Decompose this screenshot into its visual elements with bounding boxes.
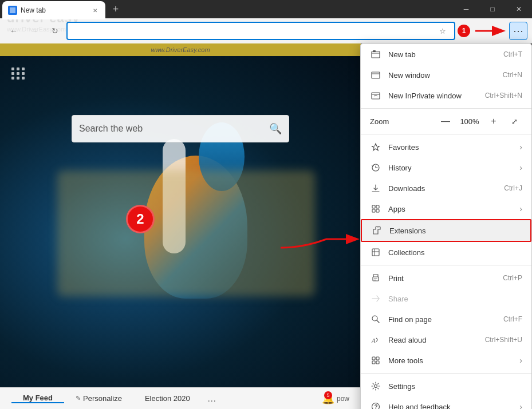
svg-rect-15 <box>372 249 379 256</box>
menu-print[interactable]: Print Ctrl+P <box>361 268 531 288</box>
grid-dot <box>11 67 14 70</box>
search-placeholder: Search the web <box>79 124 265 134</box>
menu-inprivate[interactable]: New InPrivate window Ctrl+Shift+N <box>361 85 531 106</box>
svg-rect-27 <box>376 361 379 364</box>
apps-grid-icon <box>11 67 25 80</box>
more-tools-icon <box>370 355 381 366</box>
menu-print-shortcut: Ctrl+P <box>503 274 522 282</box>
more-options-button[interactable]: ⋯ <box>509 22 527 40</box>
address-icons: ☆ <box>436 24 450 38</box>
menu-find-label: Find on page <box>388 315 496 324</box>
arrow-annotation <box>472 22 507 39</box>
svg-rect-14 <box>376 209 379 212</box>
menu-read-aloud-label: Read aloud <box>388 336 478 344</box>
notification-wrap: 🔔 5 pow <box>322 392 349 405</box>
menu-divider-3 <box>361 265 531 265</box>
menu-new-window-label: New window <box>388 71 496 80</box>
grid-dot <box>17 67 19 70</box>
menu-share: Share <box>361 288 531 309</box>
search-box[interactable]: Search the web 🔍 <box>72 115 289 142</box>
svg-rect-25 <box>376 357 379 360</box>
tab-title: New tab <box>21 6 87 14</box>
menu-collections[interactable]: Collections <box>361 242 531 263</box>
menu-inprivate-label: New InPrivate window <box>388 92 478 100</box>
menu-new-window[interactable]: New window Ctrl+N <box>361 65 531 85</box>
address-bar: ← → ↻ ☆ 1 ⋯ <box>0 18 532 43</box>
menu-divider-1 <box>361 108 531 109</box>
step-1-badge: 1 <box>458 25 470 37</box>
zoom-expand-button[interactable]: ⤢ <box>506 113 522 129</box>
menu-new-window-shortcut: Ctrl+N <box>503 71 522 79</box>
menu-settings[interactable]: Settings <box>361 376 531 396</box>
settings-icon <box>370 380 381 392</box>
power-label: pow <box>337 395 349 403</box>
favorites-icon[interactable]: ☆ <box>436 24 450 38</box>
step-2-badge: 2 <box>126 205 155 233</box>
svg-rect-13 <box>372 209 375 212</box>
grid-dot <box>22 77 25 80</box>
apps-arrow-icon: › <box>519 204 522 213</box>
maximize-button[interactable]: □ <box>479 0 506 18</box>
history-icon <box>370 162 381 173</box>
menu-downloads[interactable]: Downloads Ctrl+J <box>361 178 531 198</box>
svg-rect-2 <box>372 51 380 58</box>
svg-rect-7 <box>372 93 380 99</box>
menu-new-tab-label: New tab <box>388 50 496 59</box>
find-on-page-icon <box>370 313 381 325</box>
tab-close-button[interactable]: ✕ <box>90 6 100 15</box>
menu-favorites-label: Favorites <box>388 143 513 152</box>
menu-inprivate-shortcut: Ctrl+Shift+N <box>485 92 522 100</box>
zoom-plus-button[interactable]: + <box>486 113 502 129</box>
favorites-menu-icon <box>370 141 381 153</box>
collections-icon <box>370 247 381 258</box>
menu-help-label: Help and feedback <box>388 403 513 410</box>
menu-help-feedback[interactable]: ? Help and feedback › <box>361 396 531 409</box>
new-window-icon <box>370 69 381 81</box>
menu-print-label: Print <box>388 274 496 283</box>
menu-read-aloud-shortcut: Ctrl+Shift+U <box>485 336 522 344</box>
red-arrow-svg <box>472 22 507 39</box>
search-overlay: Search the web 🔍 <box>72 115 289 142</box>
svg-rect-24 <box>372 357 375 360</box>
grid-dot <box>22 67 25 70</box>
share-icon <box>370 293 381 304</box>
menu-zoom-row: Zoom — 100% + ⤢ <box>361 111 531 132</box>
notification-badge: 5 <box>324 391 332 399</box>
active-tab[interactable]: New tab ✕ <box>2 1 105 19</box>
svg-rect-12 <box>376 205 379 208</box>
menu-find-on-page[interactable]: Find on page Ctrl+F <box>361 309 531 329</box>
menu-favorites[interactable]: Favorites › <box>361 137 531 157</box>
my-feed-tab[interactable]: My Feed <box>11 394 64 403</box>
close-window-button[interactable]: ✕ <box>506 0 532 18</box>
menu-read-aloud[interactable]: A Read aloud Ctrl+Shift+U <box>361 329 531 350</box>
minimize-button[interactable]: ─ <box>453 0 479 18</box>
menu-history-label: History <box>388 164 513 172</box>
svg-text:?: ? <box>375 404 378 409</box>
zoom-label: Zoom <box>370 117 433 126</box>
svg-rect-11 <box>372 205 375 208</box>
menu-apps[interactable]: Apps › <box>361 198 531 219</box>
svg-rect-19 <box>374 279 377 279</box>
menu-history[interactable]: History › <box>361 157 531 178</box>
tab-strip: New tab ✕ + <box>0 0 453 19</box>
more-tabs-button[interactable]: … <box>207 394 216 404</box>
watermark-bar: www.DriverEasy.com <box>0 43 361 56</box>
menu-new-tab[interactable]: New tab Ctrl+T <box>361 44 531 65</box>
menu-new-tab-shortcut: Ctrl+T <box>503 50 522 58</box>
menu-extensions[interactable]: Extensions <box>361 219 531 242</box>
election-tab[interactable]: Election 2020 <box>133 394 202 403</box>
watermark-text: www.DriverEasy.com <box>151 46 210 53</box>
menu-find-shortcut: Ctrl+F <box>503 315 522 323</box>
menu-more-tools[interactable]: More tools › <box>361 350 531 371</box>
address-input[interactable] <box>72 27 432 35</box>
apps-icon <box>370 203 381 215</box>
grid-dot <box>17 72 19 75</box>
bottom-bar: My Feed ✎ Personalize Election 2020 … 🔔 … <box>0 387 361 409</box>
menu-apps-label: Apps <box>388 205 513 213</box>
address-input-wrap: ☆ <box>66 22 455 40</box>
menu-more-tools-label: More tools <box>388 356 513 365</box>
zoom-minus-button[interactable]: — <box>438 113 454 129</box>
personalize-tab[interactable]: ✎ Personalize <box>64 394 133 403</box>
menu-share-label: Share <box>388 295 522 303</box>
svg-text:A: A <box>371 337 376 344</box>
